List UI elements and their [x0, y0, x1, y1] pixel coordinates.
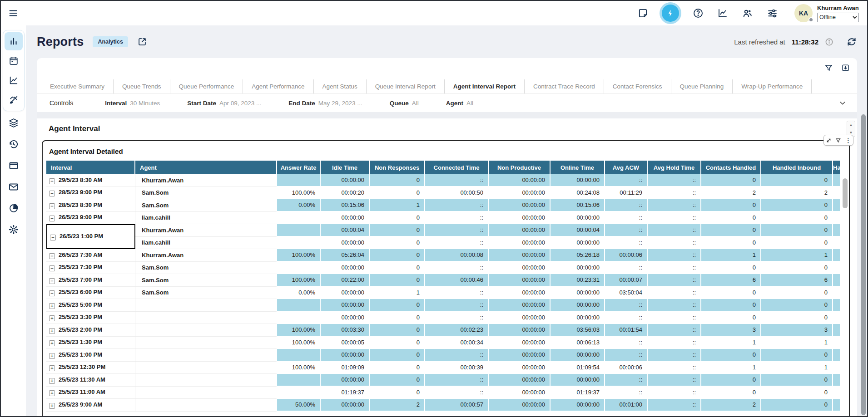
cell-contacts-handled[interactable]: 3: [701, 324, 761, 337]
gear-icon[interactable]: [8, 224, 19, 235]
cell-online-time[interactable]: 00:00:00: [551, 312, 605, 324]
column-header-non-productive[interactable]: Non Productive: [489, 161, 551, 174]
cell-agent[interactable]: liam.cahill: [135, 212, 277, 225]
cell-non-productive[interactable]: 00:00:00: [489, 324, 551, 337]
cell-han[interactable]: [833, 174, 841, 187]
cell-avg-hold-time[interactable]: ::: [648, 262, 701, 275]
cell-handled-inbound[interactable]: 0: [761, 287, 833, 299]
collapse-toggle[interactable]: −: [49, 178, 55, 184]
filter-agent[interactable]: AgentAll: [446, 100, 473, 107]
cell-online-time[interactable]: 00:00:00: [551, 174, 605, 187]
cell-avg-hold-time[interactable]: ::: [648, 387, 701, 399]
cell-contacts-handled[interactable]: 2: [701, 399, 761, 412]
collapse-toggle[interactable]: −: [49, 191, 55, 196]
cell-answer-rate[interactable]: 100.00%: [277, 249, 321, 262]
cell-avg-acw[interactable]: 00:00:06: [605, 362, 648, 374]
filter-icon[interactable]: [824, 64, 833, 72]
cell-handled-inbound[interactable]: 0: [761, 299, 833, 312]
settings-sliders-icon[interactable]: [767, 8, 778, 19]
cell-non-responses[interactable]: 0: [370, 324, 425, 337]
cell-answer-rate[interactable]: [277, 299, 321, 312]
cell-agent[interactable]: Khurram.Awan: [135, 174, 277, 187]
visual-filter-icon[interactable]: [835, 137, 841, 143]
cell-interval[interactable]: +25/5/23 2:00 PM: [46, 324, 135, 337]
cell-contacts-handled[interactable]: 1: [701, 337, 761, 349]
cell-non-responses[interactable]: 0: [370, 262, 425, 275]
cell-online-time[interactable]: 05:26:18: [551, 249, 605, 262]
cell-idle-time[interactable]: 00:00:00: [321, 349, 370, 362]
cell-contacts-handled[interactable]: 0: [701, 237, 761, 250]
cell-agent[interactable]: Sam.Som: [135, 287, 277, 299]
cell-non-productive[interactable]: 00:00:00: [489, 299, 551, 312]
filter-interval[interactable]: Interval30 Minutes: [105, 100, 160, 107]
cell-handled-inbound[interactable]: 1: [761, 249, 833, 262]
column-header-avg-hold-time[interactable]: Avg Hold Time: [648, 161, 701, 174]
cell-answer-rate[interactable]: 50.00%: [277, 399, 321, 412]
cell-connected-time[interactable]: 00:00:46: [425, 274, 489, 287]
cell-handled-inbound[interactable]: 1: [761, 337, 833, 349]
cell-avg-hold-time[interactable]: ::: [648, 399, 701, 412]
cell-online-time[interactable]: 00:24:08: [551, 187, 605, 200]
cell-idle-time[interactable]: 00:00:04: [321, 224, 370, 237]
cell-online-time[interactable]: 00:00:00: [551, 287, 605, 299]
cell-idle-time[interactable]: 00:00:00: [321, 374, 370, 387]
cell-agent[interactable]: [135, 312, 277, 324]
cell-avg-acw[interactable]: ::: [605, 349, 648, 362]
cell-agent[interactable]: [135, 324, 277, 337]
cell-connected-time[interactable]: 00:00:34: [425, 337, 489, 349]
column-header-interval[interactable]: Interval: [46, 161, 135, 174]
cell-connected-time[interactable]: ::: [425, 287, 489, 299]
cell-contacts-handled[interactable]: 6: [701, 274, 761, 287]
cell-handled-inbound[interactable]: 1: [761, 362, 833, 374]
cell-connected-time[interactable]: ::: [425, 199, 489, 212]
cell-handled-inbound[interactable]: 0: [761, 199, 833, 212]
cell-interval[interactable]: −28/5/23 8:30 PM: [46, 199, 135, 212]
cell-answer-rate[interactable]: 100.00%: [277, 274, 321, 287]
sidebar-item-analytics[interactable]: [5, 71, 23, 89]
cell-connected-time[interactable]: 00:00:50: [425, 187, 489, 200]
cell-avg-hold-time[interactable]: ::: [648, 299, 701, 312]
cell-interval[interactable]: −25/5/23 7:00 PM: [46, 274, 135, 287]
cell-non-productive[interactable]: 00:00:00: [489, 362, 551, 374]
pie-chart-icon[interactable]: [8, 203, 19, 214]
cell-non-productive[interactable]: 00:00:00: [489, 274, 551, 287]
cell-han[interactable]: [833, 274, 841, 287]
cell-connected-time[interactable]: ::: [425, 262, 489, 275]
cell-han[interactable]: [833, 299, 841, 312]
avatar[interactable]: KA: [794, 4, 813, 22]
cell-connected-time[interactable]: ::: [425, 387, 489, 399]
cell-interval[interactable]: −28/5/23 9:00 PM: [46, 187, 135, 200]
notes-icon[interactable]: [638, 8, 648, 19]
cell-avg-acw[interactable]: ::: [605, 174, 648, 187]
cell-non-productive[interactable]: 00:00:00: [489, 287, 551, 299]
cell-online-time[interactable]: 00:00:00: [551, 212, 605, 225]
cell-non-responses[interactable]: 0: [370, 249, 425, 262]
cell-handled-inbound[interactable]: 0: [761, 374, 833, 387]
spinner-up-button[interactable]: ▲: [847, 121, 855, 129]
cell-idle-time[interactable]: 00:00:00: [321, 174, 370, 187]
filter-start-date[interactable]: Start DateApr 09, 2023 ...: [187, 100, 261, 107]
cell-han[interactable]: [833, 324, 841, 337]
cell-idle-time[interactable]: 00:22:00: [321, 274, 370, 287]
cell-idle-time[interactable]: 05:26:04: [321, 249, 370, 262]
cell-non-responses[interactable]: 0: [370, 224, 425, 237]
cell-online-time[interactable]: 00:00:00: [551, 349, 605, 362]
cell-contacts-handled[interactable]: 1: [701, 362, 761, 374]
kebab-menu-icon[interactable]: ⋮: [845, 137, 851, 144]
cell-contacts-handled[interactable]: 1: [701, 249, 761, 262]
column-header-answer-rate[interactable]: Answer Rate: [277, 161, 321, 174]
cell-han[interactable]: [833, 212, 841, 225]
cell-answer-rate[interactable]: [277, 237, 321, 250]
column-header-non-responses[interactable]: Non Responses: [370, 161, 425, 174]
cell-idle-time[interactable]: 00:00:00: [321, 312, 370, 324]
cell-han[interactable]: [833, 387, 841, 399]
cell-answer-rate[interactable]: [277, 224, 321, 237]
cell-online-time[interactable]: 03:56:03: [551, 324, 605, 337]
cell-non-productive[interactable]: 00:00:00: [489, 349, 551, 362]
cell-non-responses[interactable]: 0: [370, 274, 425, 287]
cell-non-responses[interactable]: 0: [370, 362, 425, 374]
cell-interval[interactable]: +25/5/23 9:00 AM: [46, 399, 135, 412]
tab-queue-planning[interactable]: Queue Planning: [671, 79, 733, 93]
cell-contacts-handled[interactable]: 0: [701, 312, 761, 324]
column-header-han[interactable]: Han: [833, 161, 841, 174]
